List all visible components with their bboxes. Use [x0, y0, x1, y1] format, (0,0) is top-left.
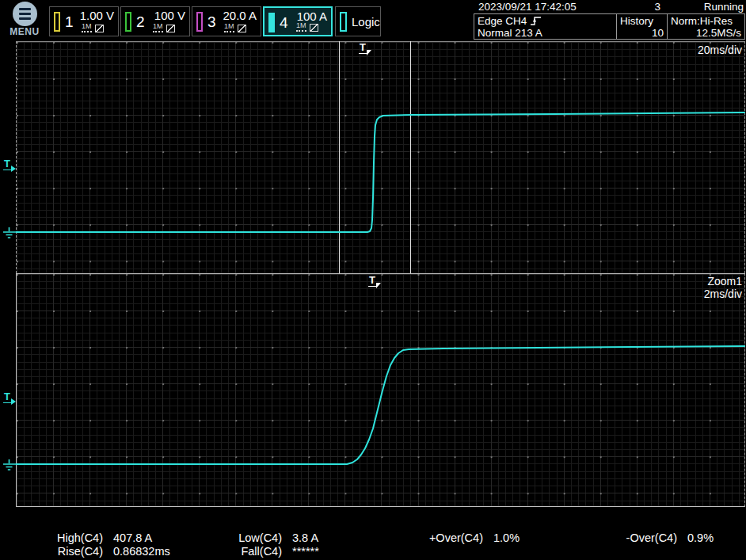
acquisition-mode: Norm:Hi-Res — [671, 15, 741, 27]
rising-edge-icon — [530, 16, 542, 26]
impedance-1M-icon: 1M — [153, 23, 163, 32]
channel-2-button[interactable]: 2 100 V 1M — [120, 6, 190, 36]
channel-number: 1 — [65, 14, 74, 29]
coupling-icon — [310, 24, 318, 32]
trigger-position-flag-icon — [367, 50, 371, 55]
channel-2-color-indicator — [125, 12, 131, 32]
coupling-icon — [166, 25, 175, 32]
status-row: 2023/09/21 17:42:05 3 Running — [474, 0, 746, 13]
trigger-level-marker[interactable]: T — [3, 158, 17, 173]
measurement-low: Low(C4) 3.8 A — [203, 531, 318, 544]
menu-button[interactable]: MENU — [6, 2, 43, 37]
channel4-ground-level-icon[interactable] — [2, 227, 16, 239]
channel-1-color-indicator — [54, 12, 60, 32]
channel-number: 3 — [207, 14, 216, 29]
logic-color-indicator — [340, 12, 347, 32]
channel-scale-value: 20.0 A — [223, 9, 257, 22]
measurement-high: High(C4) 407.8 A — [24, 531, 152, 544]
menu-label: MENU — [6, 26, 43, 37]
channel-1-button[interactable]: 1 1.00 V 1M — [49, 6, 119, 36]
zoom-trigger-level-marker[interactable]: T — [3, 391, 17, 406]
history-box[interactable]: History 10 — [617, 14, 668, 39]
zoom-region-left-boundary[interactable] — [339, 41, 340, 273]
datetime: 2023/09/21 17:42:05 — [478, 1, 577, 13]
record-mode-box[interactable]: Norm:Hi-Res 12.5MS/s — [668, 14, 744, 39]
channel-setting-icons: 1M — [82, 23, 104, 32]
coupling-icon — [238, 25, 246, 32]
measurement-rise: Rise(C4) 0.86832ms — [24, 545, 170, 558]
zoom-channel4-ground-level-icon[interactable] — [2, 459, 16, 471]
logic-label: Logic — [352, 15, 380, 29]
channel-setting-icons: 1M — [296, 22, 318, 32]
zoom-waveform-area — [16, 273, 745, 507]
channel-setting-icons: 1M — [224, 23, 246, 32]
channel-4-button[interactable]: 4 100 A 1M — [263, 6, 333, 36]
channel-setting-icons: 1M — [153, 23, 175, 32]
zoom-window-title: Zoom1 — [707, 275, 742, 288]
impedance-1M-icon: 1M — [82, 23, 92, 32]
zoom-timebase-label: 2ms/div — [704, 288, 742, 300]
impedance-1M-icon: 1M — [224, 23, 234, 32]
oscilloscope-screen: MENU 1 1.00 V 1M 2 100 V 1M — [0, 0, 746, 560]
sample-rate: 12.5MS/s — [671, 27, 741, 39]
main-waveform-area — [16, 41, 745, 273]
channel-4-color-indicator — [268, 13, 275, 32]
measurement-pos-overshoot: +Over(C4) 1.0% — [396, 531, 520, 544]
trigger-position-flag-icon — [376, 283, 381, 288]
trigger-info-box[interactable]: Edge CH4 Normal 213 A — [474, 14, 617, 39]
top-bar: MENU 1 1.00 V 1M 2 100 V 1M — [0, 0, 746, 40]
channel-scale-value: 1.00 V — [80, 9, 114, 22]
history-label: History — [620, 15, 664, 27]
impedance-1M-icon: 1M — [296, 22, 306, 32]
coupling-icon — [95, 25, 104, 32]
channel-scale-value: 100 V — [154, 9, 185, 22]
history-count: 10 — [620, 27, 664, 39]
trigger-level-arrow-icon — [11, 398, 16, 405]
channel-number: 2 — [136, 14, 145, 29]
logic-button[interactable]: Logic — [335, 6, 381, 36]
channel-3-color-indicator — [196, 12, 203, 32]
trigger-position-marker[interactable]: T — [359, 42, 373, 56]
measurement-fall: Fall(C4) ****** — [203, 545, 319, 558]
hamburger-menu-icon — [13, 2, 37, 26]
trigger-mode-level: Normal 213 A — [478, 27, 613, 39]
acquisition-count: 3 — [654, 1, 660, 13]
acquisition-info-strip: Edge CH4 Normal 213 A History 10 Norm:Hi… — [474, 13, 745, 40]
main-timebase-label: 20ms/div — [698, 44, 742, 56]
channel-number: 4 — [280, 15, 288, 30]
channel-row: 1 1.00 V 1M 2 100 V 1M 3 20.0 A — [49, 6, 381, 36]
trigger-source: Edge CH4 — [478, 15, 527, 27]
zoom-region-right-boundary[interactable] — [410, 41, 411, 273]
zoom-trigger-position-marker[interactable]: T — [368, 275, 383, 289]
channel-3-button[interactable]: 3 20.0 A 1M — [192, 6, 261, 36]
run-state: Running — [704, 1, 744, 13]
measurement-neg-overshoot: -Over(C4) 0.9% — [590, 531, 714, 544]
trigger-level-arrow-icon — [11, 166, 16, 172]
